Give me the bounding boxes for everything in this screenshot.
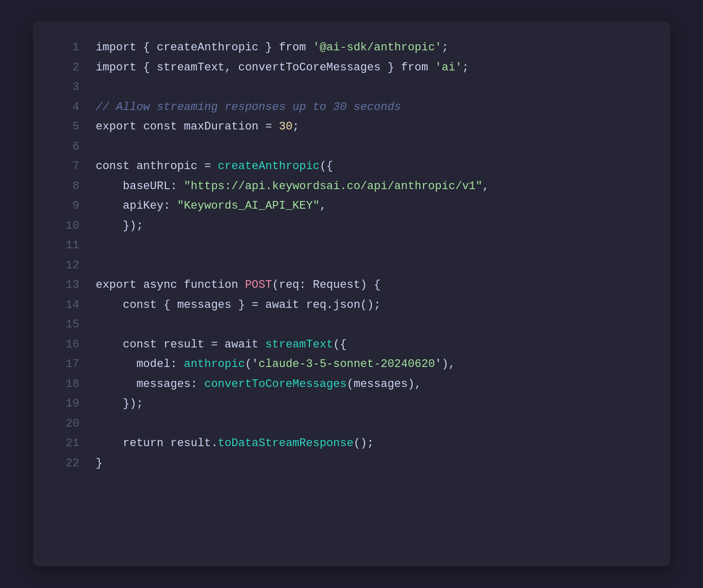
token — [136, 120, 143, 133]
line-number: 22 — [53, 454, 96, 474]
token: "https://api.keywordsai.co/api/anthropic… — [184, 180, 483, 193]
token: createAnthropic — [157, 41, 258, 54]
line-number: 10 — [53, 216, 96, 236]
token — [258, 338, 265, 351]
token: , — [225, 61, 238, 74]
code-line — [96, 236, 650, 256]
token: POST — [245, 279, 272, 291]
code-row: 17 model: anthropic('claude-3-5-sonnet-2… — [53, 355, 650, 375]
token: }); — [96, 397, 143, 410]
token — [238, 279, 245, 291]
token: streamText — [265, 338, 333, 351]
token: model: — [96, 358, 184, 371]
token: result. — [163, 437, 218, 450]
line-number: 2 — [53, 58, 96, 78]
code-line: import { createAnthropic } from '@ai-sdk… — [96, 38, 650, 58]
code-row: 16 const result = await streamText({ — [53, 335, 650, 355]
line-number: 16 — [53, 335, 96, 355]
code-line: import { streamText, convertToCoreMessag… — [96, 58, 650, 78]
code-row: 20 — [53, 414, 650, 434]
token — [306, 41, 313, 54]
token: messages: — [96, 378, 204, 391]
token: req.json(); — [299, 299, 380, 311]
token: '@ai-sdk/anthropic' — [313, 41, 442, 54]
line-number: 13 — [53, 275, 96, 296]
code-line — [96, 256, 650, 276]
token: apiKey: — [96, 199, 177, 212]
token: (' — [245, 358, 258, 371]
token: }); — [96, 219, 143, 232]
token: convertToCoreMessages — [204, 378, 346, 391]
line-number: 18 — [53, 375, 96, 395]
token: const — [96, 299, 157, 311]
line-number: 6 — [53, 137, 96, 157]
token: { — [136, 61, 157, 74]
line-number: 5 — [53, 117, 96, 137]
code-row: 1import { createAnthropic } from '@ai-sd… — [53, 38, 650, 58]
line-number: 21 — [53, 434, 96, 454]
code-line: }); — [96, 394, 650, 414]
code-line: return result.toDataStreamResponse(); — [96, 434, 650, 454]
token: { — [136, 41, 157, 54]
token — [136, 279, 143, 291]
token: claude-3-5-sonnet-20240620 — [258, 358, 435, 371]
token: export — [96, 120, 136, 133]
code-row: 19 }); — [53, 394, 650, 414]
token: ; — [442, 41, 449, 54]
token — [428, 61, 435, 74]
code-row: 2import { streamText, convertToCoreMessa… — [53, 58, 650, 78]
token: , — [483, 180, 489, 193]
line-number: 1 — [53, 38, 96, 58]
token: 'ai' — [435, 61, 462, 74]
code-line: export async function POST(req: Request)… — [96, 275, 650, 296]
token: return — [96, 437, 163, 450]
code-row: 14 const { messages } = await req.json()… — [53, 296, 650, 316]
code-line: const { messages } = await req.json(); — [96, 296, 650, 316]
code-line — [96, 414, 650, 434]
token: streamText — [157, 61, 225, 74]
token: toDataStreamResponse — [218, 437, 354, 450]
code-line: const anthropic = createAnthropic({ — [96, 157, 650, 177]
token: from — [279, 41, 306, 54]
code-row: 22} — [53, 454, 650, 474]
token: "Keywords_AI_API_KEY" — [177, 199, 320, 212]
token: from — [401, 61, 428, 74]
code-row: 4// Allow streaming responses up to 30 s… — [53, 98, 650, 118]
token: maxDuration = — [177, 120, 279, 133]
code-line: // Allow streaming responses up to 30 se… — [96, 98, 650, 118]
token: anthropic = — [130, 160, 218, 173]
code-row: 8 baseURL: "https://api.keywordsai.co/ap… — [53, 177, 650, 197]
token: const — [96, 338, 157, 351]
token: ') — [435, 358, 448, 371]
code-row: 7const anthropic = createAnthropic({ — [53, 157, 650, 177]
line-number: 20 — [53, 414, 96, 434]
code-row: 11 — [53, 236, 650, 256]
token: import — [96, 41, 136, 54]
line-number: 8 — [53, 177, 96, 197]
line-number: 19 — [53, 394, 96, 414]
token: (messages), — [347, 378, 421, 391]
token: import — [96, 61, 136, 74]
token: 30 — [279, 120, 292, 133]
token: const — [143, 120, 177, 133]
token: export — [96, 279, 136, 291]
code-row: 18 messages: convertToCoreMessages(messa… — [53, 375, 650, 395]
line-number: 11 — [53, 236, 96, 256]
code-table: 1import { createAnthropic } from '@ai-sd… — [53, 38, 650, 473]
code-line — [96, 137, 650, 157]
line-number: 17 — [53, 355, 96, 375]
code-row: 3 — [53, 78, 650, 98]
code-line: export const maxDuration = 30; — [96, 117, 650, 137]
code-line: }); — [96, 216, 650, 236]
code-row: 12 — [53, 256, 650, 276]
code-row: 5export const maxDuration = 30; — [53, 117, 650, 137]
token: const — [96, 160, 130, 173]
line-number: 12 — [53, 256, 96, 276]
token: function — [184, 279, 238, 291]
token: // Allow streaming responses up to 30 se… — [96, 101, 401, 114]
line-number: 14 — [53, 296, 96, 316]
token: } — [381, 61, 401, 74]
token: { messages } = — [157, 299, 265, 311]
token: (); — [354, 437, 374, 450]
line-number: 4 — [53, 98, 96, 118]
